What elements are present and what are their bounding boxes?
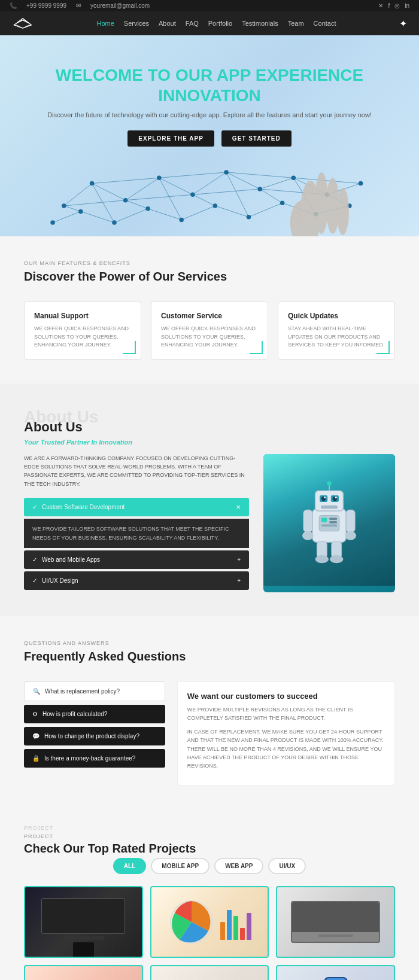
faq-item-1[interactable]: 🔍 What is replacement policy? xyxy=(24,681,165,701)
filter-web[interactable]: WEB APP xyxy=(214,858,263,874)
accordion-item-1[interactable]: ✓ Custom Software Development ✕ xyxy=(24,498,249,516)
topbar: 📞 +99 9999 9999 ✉ youremail@gmail.com ✕ … xyxy=(0,0,419,11)
accordion-item-2[interactable]: ✓ Web and Mobile Apps + xyxy=(24,550,249,569)
explore-button[interactable]: EXPLORE THE APP xyxy=(127,130,214,147)
feature-card-3: Quick Updates STAY AHEAD WITH REAL-TIME … xyxy=(278,302,395,360)
svg-point-46 xyxy=(78,209,83,214)
faq-item-2[interactable]: ⚙ How is profit calculated? xyxy=(24,705,165,723)
instagram-icon[interactable]: ◎ xyxy=(394,2,400,9)
svg-point-47 xyxy=(112,221,116,225)
svg-rect-76 xyxy=(303,510,312,532)
robot-illustration xyxy=(263,454,395,586)
feature-desc-1: WE OFFER QUICK RESPONSES AND SOLUTIONS T… xyxy=(34,325,131,349)
filter-uiux[interactable]: UI/UX xyxy=(268,858,306,874)
project-3-laptop xyxy=(291,901,379,943)
project-card-6[interactable] xyxy=(276,965,395,980)
svg-line-10 xyxy=(92,178,159,183)
svg-line-21 xyxy=(181,206,215,220)
feature-desc-2: WE OFFER QUICK RESPONSES AND SOLUTIONS T… xyxy=(161,325,258,349)
svg-point-52 xyxy=(280,201,284,205)
logo[interactable] xyxy=(12,16,34,31)
svg-point-82 xyxy=(315,555,329,563)
chart-svg xyxy=(168,898,215,946)
nav-faq[interactable]: FAQ xyxy=(186,20,199,27)
x-icon[interactable]: ✕ xyxy=(378,2,383,9)
faq-answer-title: We want our customers to succeed xyxy=(187,692,385,701)
svg-line-6 xyxy=(260,178,293,189)
check-icon-3: ✓ xyxy=(32,577,37,584)
theme-toggle[interactable]: ✦ xyxy=(399,18,407,29)
nav-home[interactable]: Home xyxy=(96,20,114,27)
project-card-4[interactable] xyxy=(24,965,143,980)
nav-services[interactable]: Services xyxy=(124,20,149,27)
expand-icon-2: + xyxy=(237,556,241,563)
faq-list: 🔍 What is replacement policy? ⚙ How is p… xyxy=(24,681,165,786)
faq-item-3[interactable]: 💬 How to change the product display? xyxy=(24,727,165,745)
svg-line-2 xyxy=(126,178,159,200)
linkedin-icon[interactable]: in xyxy=(405,2,409,9)
project-card-2[interactable] xyxy=(150,886,269,958)
projects-title: Check Our Top Rated Projects xyxy=(24,842,395,856)
features-label: OUR MAIN FEATURES & BENEFITS xyxy=(24,260,395,266)
filter-mobile[interactable]: MOBILE APP xyxy=(151,858,210,874)
get-started-button[interactable]: GET STARTED xyxy=(221,130,292,147)
hero-title: WELCOME TO OUR APP EXPERIENCE INNOVATION xyxy=(36,65,383,105)
svg-line-28 xyxy=(126,200,148,209)
nav-links: Home Services About FAQ Portfolio Testim… xyxy=(96,20,336,27)
nav-contact[interactable]: Contact xyxy=(314,20,336,27)
feature-title-1: Manual Support xyxy=(34,312,131,320)
faq-question-3: How to change the product display? xyxy=(44,733,139,739)
about-content: WE ARE A FORWARD-THINKING COMPANY FOCUSE… xyxy=(24,454,395,592)
filter-tabs: ALL MOBILE APP WEB APP UI/UX xyxy=(24,858,395,874)
faq-item-4[interactable]: 🔒 Is there a money-back guarantee? xyxy=(24,749,165,768)
filter-all[interactable]: ALL xyxy=(113,858,146,874)
project-6-inner xyxy=(277,966,394,980)
project-card-3[interactable] xyxy=(276,886,395,958)
chart-bars xyxy=(220,904,251,940)
check-icon-1: ✓ xyxy=(32,504,37,510)
project-card-5[interactable] xyxy=(150,965,269,980)
svg-point-37 xyxy=(123,198,127,202)
hero-subtitle: Discover the future of technology with o… xyxy=(36,111,383,118)
about-subtitle: Your Trusted Partner in Innovation xyxy=(24,439,395,446)
topbar-right: ✕ f ◎ in xyxy=(378,2,409,9)
faq-question-1: What is replacement policy? xyxy=(45,688,120,695)
project-card-1[interactable] xyxy=(24,886,143,958)
about-text: WE ARE A FORWARD-THINKING COMPANY FOCUSE… xyxy=(24,454,249,489)
faq-section: QUESTIONS AND ANSWERS Frequently Asked Q… xyxy=(0,616,419,809)
logo-icon xyxy=(12,16,34,31)
accordion-item-1-left: ✓ Custom Software Development xyxy=(32,504,125,510)
project-2-inner xyxy=(151,887,268,957)
about-robot-image xyxy=(263,454,395,592)
feature-title-2: Customer Service xyxy=(161,312,258,320)
facebook-icon[interactable]: f xyxy=(388,2,390,9)
nav-team[interactable]: Team xyxy=(288,20,304,27)
svg-point-49 xyxy=(179,218,183,222)
navbar: Home Services About FAQ Portfolio Testim… xyxy=(0,11,419,35)
faq-answer-p2: IN CASE OF REPLACEMENT, WE MAKE SURE YOU… xyxy=(187,728,385,771)
about-shadow-title: About Us xyxy=(24,407,98,427)
faq-title: Frequently Asked Questions xyxy=(24,650,395,664)
bar-chart xyxy=(220,904,251,940)
faq-question-4: Is there a money-back guarantee? xyxy=(44,755,135,762)
svg-point-41 xyxy=(257,187,262,191)
projects-title-wrap: PROJECT PROJECT Check Our Top Rated Proj… xyxy=(24,833,395,856)
feature-card-1: Manual Support WE OFFER QUICK RESPONSES … xyxy=(24,302,141,360)
projects-shadow-label: PROJECT xyxy=(24,825,53,831)
nav-testimonials[interactable]: Testimonials xyxy=(242,20,278,27)
project-1-inner xyxy=(25,887,142,957)
nav-portfolio[interactable]: Portfolio xyxy=(208,20,232,27)
project-1-base xyxy=(62,936,104,940)
svg-line-18 xyxy=(81,212,114,223)
svg-point-35 xyxy=(62,203,66,208)
nav-about[interactable]: About xyxy=(159,20,176,27)
accordion-label-2: Web and Mobile Apps xyxy=(42,556,100,563)
faq-question-2: How is profit calculated? xyxy=(42,711,107,717)
accordion-item-3[interactable]: ✓ UI/UX Design + xyxy=(24,571,249,590)
about-section: About Us About Us Your Trusted Partner i… xyxy=(0,384,419,616)
svg-rect-73 xyxy=(329,518,337,520)
features-grid: Manual Support WE OFFER QUICK RESPONSES … xyxy=(24,302,395,360)
svg-line-0 xyxy=(64,184,92,206)
about-title-wrap: About Us About Us xyxy=(24,407,395,435)
svg-rect-70 xyxy=(321,505,338,509)
